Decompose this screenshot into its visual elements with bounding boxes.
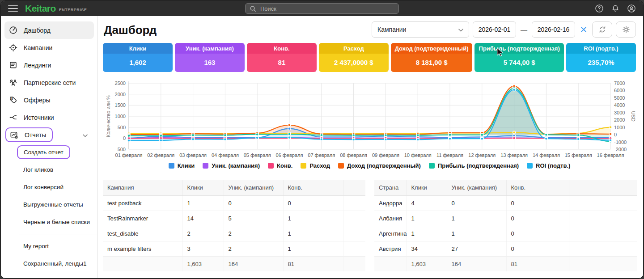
stat-card-3[interactable]: Расход2 437,0000 $ (319, 43, 389, 72)
svg-text:08 февраля: 08 февраля (340, 152, 367, 158)
svg-text:500: 500 (118, 125, 126, 130)
column-header: Конв. (506, 180, 569, 196)
column-header: Конв. (283, 180, 343, 196)
date-from-input[interactable] (473, 21, 516, 38)
data-table: СтранаКликиУник. (кампания)Конв.Андорра4… (374, 180, 637, 271)
sidebar-item-2[interactable]: Лендинги (4, 56, 94, 74)
totals-cell (103, 257, 182, 272)
legend-item-1[interactable]: Уник. (кампания) (203, 162, 260, 169)
svg-text:-500: -500 (116, 147, 126, 152)
keitaro-logo: Keitaro (25, 3, 56, 14)
column-header: Уник. (кампания) (224, 180, 283, 196)
date-to-input[interactable] (532, 21, 575, 38)
dashboard-icon (9, 26, 17, 34)
legend-item-6[interactable]: ROI (подтв.) (527, 162, 570, 169)
legend-swatch (301, 163, 306, 169)
notifications-bell-icon[interactable] (611, 4, 620, 13)
entity-filter-value: Кампании (377, 26, 406, 33)
sidebar-subitem-label: Черные и белые списки (23, 219, 90, 225)
column-header (343, 180, 365, 196)
legend-item-3[interactable]: Расход (301, 162, 330, 169)
table-cell (569, 211, 637, 226)
sidebar-divider (19, 234, 97, 234)
table-header-row: КампанияКликиУник. (кампания)Конв. (103, 180, 365, 196)
refresh-icon (598, 25, 606, 34)
stat-card-label: Расход (319, 43, 389, 54)
column-header: Клики (407, 180, 447, 196)
stat-card-1[interactable]: Уник. (кампания)163 (175, 43, 245, 72)
sidebar-subitem-2[interactable]: Лог конверсий (1, 178, 97, 196)
table-row[interactable]: Австрия34270 (374, 241, 637, 257)
table-totals-row: 1,60316481 (103, 257, 365, 272)
topbar-actions (595, 4, 636, 13)
legend-item-5[interactable]: Прибыль (подтвержденная) (429, 162, 519, 169)
saved-report-1[interactable]: Сохраненный, ленды1 (1, 255, 97, 272)
sidebar-item-3[interactable]: Партнерские сети (4, 74, 94, 91)
stat-card-6[interactable]: ROI (подтв.)235,70% (566, 43, 636, 72)
stat-card-label: Конв. (247, 43, 317, 54)
settings-button[interactable] (616, 21, 636, 38)
table-row[interactable]: Андорра400 (374, 196, 637, 211)
legend-label: Прибыль (подтвержденная) (438, 162, 519, 169)
help-icon[interactable] (595, 4, 604, 13)
table-cell: 1 (283, 211, 343, 226)
sidebar-subitem-3[interactable]: Выгруженные отчеты (1, 196, 97, 213)
sidebar-subitem-4[interactable]: Черные и белые списки (1, 213, 97, 231)
legend-label: Уник. (кампания) (212, 162, 260, 169)
sidebar-item-4[interactable]: $Офферы (4, 91, 94, 109)
svg-text:USD: USD (631, 111, 636, 121)
account-icon[interactable] (627, 4, 636, 13)
refresh-button[interactable] (592, 21, 612, 38)
svg-text:3000: 3000 (614, 110, 625, 115)
table-cell: 1 (407, 211, 447, 226)
sidebar-subitem-1[interactable]: Лог кликов (1, 161, 97, 178)
menu-icon[interactable] (8, 5, 18, 12)
table-cell: 2 (224, 241, 283, 257)
stat-card-value: 5 744,00 $ (475, 54, 564, 72)
sidebar-item-6[interactable]: Отчеты (4, 126, 94, 144)
svg-text:07 февраля: 07 февраля (308, 152, 335, 158)
sidebar-item-1[interactable]: Кампании (4, 39, 94, 56)
table-cell: 1 (283, 226, 343, 241)
table-cell: 0 (224, 196, 283, 211)
global-search[interactable] (245, 3, 399, 14)
legend-item-0[interactable]: Клики (169, 162, 195, 169)
stat-card-2[interactable]: Конв.81 (247, 43, 317, 72)
legend-swatch (203, 163, 208, 169)
table-row[interactable]: m example filters321 (103, 241, 365, 257)
table-row[interactable]: test postback100 (103, 196, 365, 211)
table-row[interactable]: TestRainmarker1451 (103, 211, 365, 226)
landings-icon (9, 61, 17, 69)
affiliate-networks-icon (9, 78, 17, 87)
sidebar-item-label: Офферы (24, 97, 51, 104)
sidebar-item-5[interactable]: Источники (4, 109, 94, 126)
totals-cell: 164 (447, 257, 506, 272)
clear-dates-icon[interactable] (579, 25, 589, 34)
legend-item-4[interactable]: Доход (подтвержденный) (338, 162, 421, 169)
legend-label: Расход (309, 162, 330, 169)
sources-icon (9, 113, 17, 122)
sidebar-item-label: Кампании (24, 44, 52, 51)
table-row[interactable]: Албания110 (374, 211, 637, 226)
table-cell: Албания (374, 211, 407, 226)
totals-cell: 81 (506, 257, 569, 272)
table-row[interactable]: Аргентина110 (374, 226, 637, 241)
search-input[interactable] (259, 5, 394, 13)
entity-filter-select[interactable]: Кампании (372, 21, 469, 38)
table-row[interactable]: test_disable221 (103, 226, 365, 241)
table-cell (343, 196, 365, 211)
sidebar-subitem-0[interactable]: Создать отчет (1, 144, 97, 161)
table-cell: test postback (103, 196, 182, 211)
chevron-down-icon (458, 26, 463, 33)
date-range-separator: — (520, 26, 528, 34)
table-cell: 4 (407, 196, 447, 211)
sidebar-item-0[interactable]: Дашборд (4, 21, 94, 39)
svg-text:0: 0 (614, 132, 617, 137)
sidebar-item-label: Партнерские сети (24, 79, 76, 86)
legend-item-2[interactable]: Конв. (268, 162, 292, 169)
stat-card-4[interactable]: Доход (подтвержденный)8 181,00 $ (391, 43, 472, 72)
chevron-down-icon[interactable] (83, 131, 88, 139)
stat-card-0[interactable]: Клики1,602 (103, 43, 173, 72)
saved-report-0[interactable]: My report (1, 237, 97, 255)
stat-card-5[interactable]: Прибыль (подтвержденная)5 744,00 $ (475, 43, 564, 72)
